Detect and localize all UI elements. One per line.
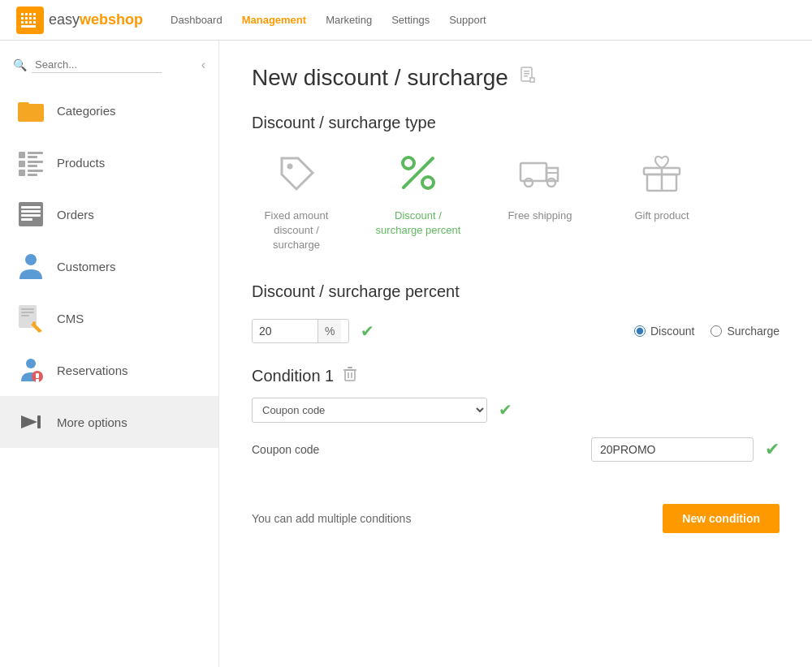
type-option-gift[interactable]: Gift product: [617, 150, 706, 223]
svg-rect-17: [28, 152, 43, 154]
coupon-check-icon: ✔: [765, 439, 780, 460]
radio-surcharge[interactable]: Surcharge: [710, 325, 780, 338]
svg-rect-6: [25, 17, 28, 19]
svg-rect-8: [33, 17, 36, 19]
condition-type-select[interactable]: Coupon code Minimum order amount Custome…: [252, 398, 487, 423]
svg-point-47: [403, 157, 414, 169]
logo: easywebshop: [16, 6, 143, 34]
svg-rect-2: [25, 13, 28, 15]
svg-rect-19: [19, 161, 25, 167]
products-icon: [16, 148, 45, 177]
sidebar-search-area: 🔍 ‹: [0, 49, 218, 84]
svg-rect-12: [33, 21, 36, 24]
truck-icon: [517, 150, 563, 202]
document-icon: [518, 66, 538, 90]
discount-surcharge-radios: Discount Surcharge: [634, 325, 780, 338]
svg-rect-24: [28, 174, 37, 176]
nav-management[interactable]: Management: [242, 14, 306, 26]
sidebar: 🔍 ‹ Categories: [0, 41, 219, 667]
search-icon: 🔍: [13, 58, 27, 71]
sidebar-item-more-options[interactable]: More options: [0, 396, 218, 448]
orders-icon: [16, 200, 45, 229]
svg-point-46: [287, 164, 293, 170]
percent-input-wrap: %: [252, 319, 349, 343]
svg-rect-7: [29, 17, 32, 19]
svg-rect-43: [524, 71, 529, 72]
svg-marker-40: [21, 415, 37, 428]
condition-row: Coupon code Minimum order amount Custome…: [252, 398, 780, 423]
svg-rect-16: [19, 152, 25, 158]
customers-icon: [16, 252, 45, 281]
sidebar-item-label: Reservations: [57, 364, 128, 377]
type-label: Fixed amount discount / surcharge: [252, 209, 341, 253]
coupon-row: Coupon code ✔: [252, 437, 780, 462]
sidebar-item-label: Customers: [57, 260, 116, 273]
svg-rect-3: [29, 13, 32, 15]
sidebar-item-label: Orders: [57, 208, 94, 222]
type-selector: Fixed amount discount / surcharge Discou…: [252, 150, 780, 253]
sidebar-item-label: More options: [57, 415, 127, 429]
nav-support[interactable]: Support: [449, 14, 486, 26]
svg-line-49: [404, 158, 433, 187]
type-label: Gift product: [634, 209, 689, 223]
coupon-code-input[interactable]: [591, 437, 754, 462]
nav-marketing[interactable]: Marketing: [326, 14, 372, 26]
radio-discount-input[interactable]: [634, 325, 646, 337]
svg-rect-9: [21, 21, 24, 24]
search-input[interactable]: [32, 57, 162, 73]
sidebar-item-label: Products: [57, 156, 105, 170]
sidebar-item-products[interactable]: Products: [0, 136, 218, 188]
logo-text: easywebshop: [49, 11, 143, 28]
top-nav: easywebshop Dashboard Management Marketi…: [0, 0, 812, 41]
sidebar-item-orders[interactable]: Orders: [0, 188, 218, 240]
cms-icon: [16, 303, 45, 333]
type-option-fixed[interactable]: Fixed amount discount / surcharge: [252, 150, 341, 253]
sidebar-item-reservations[interactable]: Reservations: [0, 344, 218, 396]
svg-rect-18: [28, 156, 37, 158]
sidebar-collapse-button[interactable]: ‹: [201, 58, 205, 72]
svg-rect-22: [19, 170, 25, 176]
percent-symbol: %: [317, 320, 341, 342]
svg-rect-10: [25, 21, 28, 24]
radio-surcharge-label: Surcharge: [727, 325, 780, 338]
svg-point-52: [547, 179, 555, 187]
type-label: Discount / surcharge percent: [374, 209, 463, 238]
new-condition-button[interactable]: New condition: [663, 504, 780, 533]
main-content: New discount / surcharge Discount / surc…: [219, 41, 812, 667]
sidebar-item-customers[interactable]: Customers: [0, 240, 218, 292]
svg-rect-33: [21, 312, 34, 313]
svg-rect-27: [21, 210, 41, 213]
nav-settings[interactable]: Settings: [391, 14, 430, 26]
svg-rect-13: [21, 25, 36, 28]
svg-rect-32: [21, 308, 34, 310]
type-section-title: Discount / surcharge type: [252, 114, 780, 132]
condition-title: Condition 1: [252, 367, 334, 385]
type-section: Discount / surcharge type Fixed amount d…: [252, 114, 780, 253]
trash-icon[interactable]: [342, 366, 358, 386]
svg-rect-1: [21, 13, 24, 15]
logo-icon: [16, 6, 44, 34]
sidebar-item-cms[interactable]: CMS: [0, 292, 218, 344]
svg-point-51: [525, 179, 533, 187]
svg-rect-45: [524, 75, 528, 77]
sidebar-item-categories[interactable]: Categories: [0, 84, 218, 136]
tag-icon: [274, 150, 319, 202]
percent-input[interactable]: [253, 320, 317, 342]
folder-icon: [16, 96, 45, 125]
percent-section: Discount / surcharge percent % ✔ Discoun…: [252, 282, 780, 343]
radio-discount-label: Discount: [650, 325, 694, 338]
svg-rect-39: [36, 379, 39, 382]
nav-dashboard[interactable]: Dashboard: [171, 14, 222, 26]
svg-rect-44: [524, 73, 529, 75]
radio-surcharge-input[interactable]: [710, 325, 722, 337]
svg-rect-38: [36, 373, 39, 378]
type-option-shipping[interactable]: Free shipping: [495, 150, 585, 223]
svg-point-36: [26, 359, 36, 368]
percent-section-title: Discount / surcharge percent: [252, 282, 780, 301]
svg-rect-15: [18, 102, 29, 107]
radio-discount[interactable]: Discount: [634, 325, 694, 338]
percent-row: % ✔ Discount Surcharge: [252, 319, 780, 343]
percent-icon: [395, 150, 441, 202]
type-option-percent[interactable]: Discount / surcharge percent: [374, 150, 463, 238]
svg-rect-56: [345, 370, 355, 381]
